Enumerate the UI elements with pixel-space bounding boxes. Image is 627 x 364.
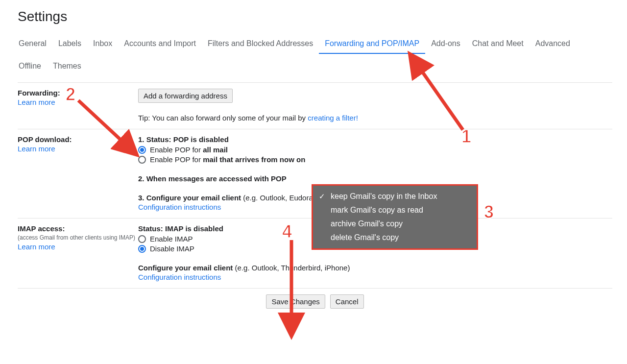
imap-subtext: (access Gmail from other clients using I… xyxy=(18,234,138,242)
tab-inbox[interactable]: Inbox xyxy=(87,35,118,54)
pop-status-value: POP is disabled xyxy=(173,135,229,144)
pop-heading: POP download: xyxy=(18,135,138,144)
forwarding-tip-text: Tip: You can also forward only some of y… xyxy=(138,114,308,122)
imap-learn-more-link[interactable]: Learn more xyxy=(18,243,55,251)
tab-labels[interactable]: Labels xyxy=(52,35,87,54)
forwarding-heading: Forwarding: xyxy=(18,89,138,97)
tab-general[interactable]: General xyxy=(18,35,52,54)
imap-radio2-label: Disable IMAP xyxy=(150,244,194,253)
save-changes-button[interactable]: Save Changes xyxy=(266,294,325,309)
forwarding-section: Forwarding: Learn more Add a forwarding … xyxy=(18,83,612,129)
settings-tabs-row1: General Labels Inbox Accounts and Import… xyxy=(18,35,612,54)
pop-radio2-label: Enable POP for mail that arrives from no… xyxy=(150,155,305,164)
forwarding-tip: Tip: You can also forward only some of y… xyxy=(138,114,612,122)
footer-buttons: Save Changes Cancel xyxy=(18,289,612,318)
imap-status-prefix: Status: xyxy=(138,224,165,233)
tab-addons[interactable]: Add-ons xyxy=(425,35,466,54)
dropdown-archive[interactable]: archive Gmail's copy xyxy=(313,217,477,231)
forwarding-learn-more-link[interactable]: Learn more xyxy=(18,98,55,106)
radio-icon xyxy=(138,235,146,243)
imap-status-value: IMAP is disabled xyxy=(165,224,223,233)
tab-chat-meet[interactable]: Chat and Meet xyxy=(466,35,530,54)
radio-icon xyxy=(138,156,146,164)
settings-tabs-row2: Offline Themes xyxy=(18,58,612,76)
tab-advanced[interactable]: Advanced xyxy=(530,35,576,54)
imap-heading: IMAP access: xyxy=(18,224,138,233)
tab-filters[interactable]: Filters and Blocked Addresses xyxy=(202,35,319,54)
radio-icon xyxy=(138,146,146,154)
cancel-button[interactable]: Cancel xyxy=(330,294,364,309)
pop-learn-more-link[interactable]: Learn more xyxy=(18,145,55,153)
imap-config-instructions-link[interactable]: Configuration instructions xyxy=(138,273,221,281)
create-filter-link[interactable]: creating a filter! xyxy=(308,114,358,122)
dropdown-delete[interactable]: delete Gmail's copy xyxy=(313,231,477,244)
pop-radio1-label: Enable POP for all mail xyxy=(150,146,228,154)
pop-config-instructions-link[interactable]: Configuration instructions xyxy=(138,203,221,211)
pop-action-dropdown-menu[interactable]: keep Gmail's copy in the Inbox mark Gmai… xyxy=(312,184,478,250)
add-forwarding-address-button[interactable]: Add a forwarding address xyxy=(138,89,233,103)
tab-offline[interactable]: Offline xyxy=(18,58,47,76)
tab-forwarding-pop-imap[interactable]: Forwarding and POP/IMAP xyxy=(319,35,425,54)
dropdown-mark-read[interactable]: mark Gmail's copy as read xyxy=(313,203,477,217)
tab-accounts[interactable]: Accounts and Import xyxy=(118,35,202,54)
pop-step2-label: 2. When messages are accessed with POP xyxy=(138,174,287,183)
pop-enable-from-now-radio[interactable]: Enable POP for mail that arrives from no… xyxy=(138,155,612,164)
radio-icon xyxy=(138,245,146,253)
pop-enable-all-mail-radio[interactable]: Enable POP for all mail xyxy=(138,146,612,154)
tab-themes[interactable]: Themes xyxy=(47,58,87,76)
imap-config-label: Configure your email client (e.g. Outloo… xyxy=(138,264,612,272)
pop-status: 1. Status: POP is disabled xyxy=(138,135,612,144)
imap-radio1-label: Enable IMAP xyxy=(150,235,193,243)
dropdown-keep-inbox[interactable]: keep Gmail's copy in the Inbox xyxy=(313,190,477,203)
page-title: Settings xyxy=(18,9,612,24)
pop-status-prefix: 1. Status: xyxy=(138,135,173,144)
